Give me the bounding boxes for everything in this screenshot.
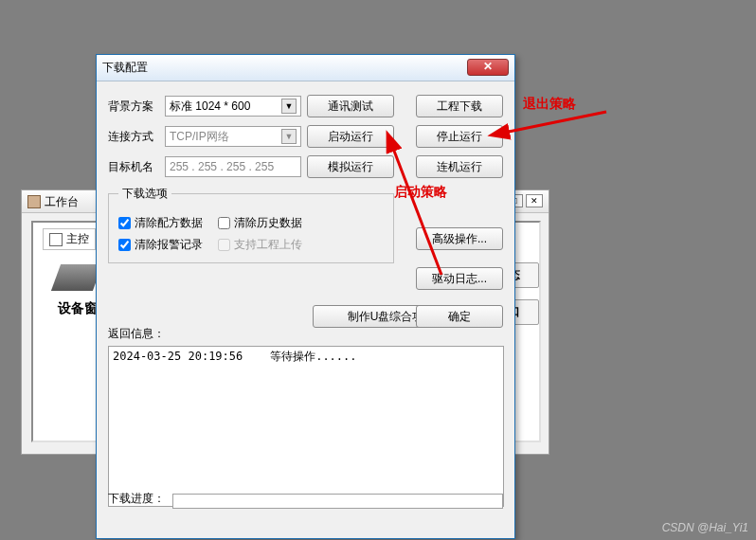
download-options-legend: 下载选项	[118, 186, 171, 202]
start-run-button[interactable]: 启动运行	[307, 125, 394, 148]
clear-alarm-input[interactable]	[118, 239, 131, 251]
support-upload-checkbox: 支持工程上传	[218, 237, 302, 253]
comm-test-button[interactable]: 通讯测试	[307, 95, 394, 117]
close-button[interactable]: ✕	[467, 59, 509, 76]
document-icon	[49, 233, 63, 246]
conn-method-select[interactable]: TCP/IP网络 ▼	[165, 126, 301, 147]
chevron-down-icon: ▼	[281, 129, 297, 144]
clear-recipe-checkbox[interactable]: 清除配方数据	[118, 215, 203, 231]
stop-run-button[interactable]: 停止运行	[416, 125, 503, 148]
bg-scheme-select[interactable]: 标准 1024 * 600 ▼	[165, 96, 301, 117]
svg-line-0	[504, 112, 606, 133]
clear-recipe-input[interactable]	[118, 217, 131, 229]
target-input[interactable]: 255 . 255 . 255 . 255	[165, 156, 301, 177]
log-textarea[interactable]: 2024-03-25 20:19:56 等待操作......	[108, 346, 504, 507]
dialog-titlebar: 下载配置 ✕	[97, 55, 514, 81]
sim-run-button[interactable]: 模拟运行	[307, 155, 394, 178]
annotation-start-strategy: 启动策略	[394, 184, 447, 201]
dialog-title: 下载配置	[102, 60, 148, 76]
project-download-button[interactable]: 工程下载	[416, 95, 503, 117]
download-config-dialog: 下载配置 ✕ 背景方案 标准 1024 * 600 ▼ 通讯测试 连接方式 TC…	[96, 54, 515, 539]
target-label: 目标机名	[108, 159, 159, 175]
download-options-group: 下载选项 清除配方数据 清除历史数据 清除报警记录 支持工程上传	[108, 186, 394, 263]
driver-log-button[interactable]: 驱动日志...	[416, 267, 503, 290]
ok-button[interactable]: 确定	[416, 305, 503, 328]
support-upload-input	[218, 239, 230, 251]
chevron-down-icon: ▼	[281, 99, 297, 114]
main-control-label: 主控	[66, 231, 89, 247]
close-icon[interactable]: ✕	[526, 194, 543, 207]
device-window-label: 设备窗	[58, 300, 98, 317]
target-value: 255 . 255 . 255 . 255	[170, 160, 274, 173]
advanced-button[interactable]: 高级操作...	[416, 227, 503, 250]
online-run-button[interactable]: 连机运行	[416, 155, 503, 178]
chip-icon	[51, 264, 102, 291]
return-info-label: 返回信息：	[108, 326, 165, 342]
progress-label: 下载进度：	[108, 491, 165, 507]
main-control-box[interactable]: 主控	[43, 228, 96, 250]
conn-method-value: TCP/IP网络	[170, 129, 229, 145]
bg-scheme-label: 背景方案	[108, 99, 159, 115]
close-x-icon: ✕	[483, 60, 493, 73]
progress-bar	[172, 494, 503, 509]
annotation-exit-strategy: 退出策略	[523, 96, 576, 113]
clear-alarm-checkbox[interactable]: 清除报警记录	[118, 237, 203, 253]
clear-history-checkbox[interactable]: 清除历史数据	[218, 215, 302, 231]
conn-method-label: 连接方式	[108, 129, 159, 145]
tool-icon	[27, 195, 41, 208]
workbench-title: 工作台	[45, 190, 79, 213]
bg-scheme-value: 标准 1024 * 600	[170, 99, 250, 115]
watermark: CSDN @Hai_Yi1	[662, 521, 748, 534]
clear-history-input[interactable]	[218, 217, 230, 229]
